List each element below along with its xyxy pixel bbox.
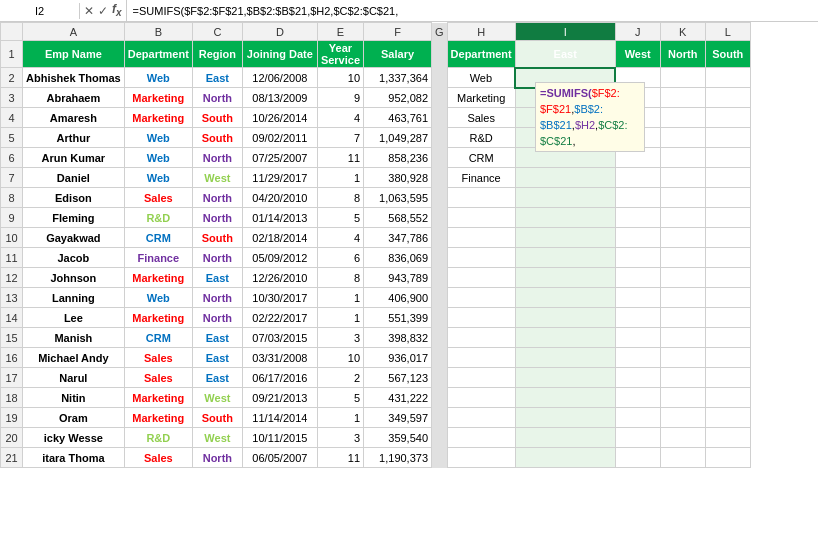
salary-2[interactable]: 1,337,364 xyxy=(364,68,432,88)
sec-dept-10[interactable] xyxy=(447,228,515,248)
salary-19[interactable]: 349,597 xyxy=(364,408,432,428)
cell-l-17[interactable] xyxy=(705,368,750,388)
salary-5[interactable]: 1,049,287 xyxy=(364,128,432,148)
cell-j-21[interactable] xyxy=(615,448,660,468)
year-service-11[interactable]: 6 xyxy=(317,248,363,268)
cell-j-7[interactable] xyxy=(615,168,660,188)
region-8[interactable]: North xyxy=(192,188,242,208)
year-service-12[interactable]: 8 xyxy=(317,268,363,288)
year-service-5[interactable]: 7 xyxy=(317,128,363,148)
joining-date-20[interactable]: 10/11/2015 xyxy=(242,428,317,448)
joining-date-3[interactable]: 08/13/2009 xyxy=(242,88,317,108)
region-11[interactable]: North xyxy=(192,248,242,268)
cell-k-4[interactable] xyxy=(660,108,705,128)
cell-k-10[interactable] xyxy=(660,228,705,248)
cell-j-17[interactable] xyxy=(615,368,660,388)
salary-17[interactable]: 567,123 xyxy=(364,368,432,388)
joining-date-14[interactable]: 02/22/2017 xyxy=(242,308,317,328)
sec-dept-17[interactable] xyxy=(447,368,515,388)
formula-cell-i-10[interactable] xyxy=(515,228,615,248)
dept-8[interactable]: Sales xyxy=(124,188,192,208)
year-service-13[interactable]: 1 xyxy=(317,288,363,308)
emp-name-11[interactable]: Jacob xyxy=(23,248,125,268)
cell-k-15[interactable] xyxy=(660,328,705,348)
emp-name-6[interactable]: Arun Kumar xyxy=(23,148,125,168)
emp-name-13[interactable]: Lanning xyxy=(23,288,125,308)
salary-14[interactable]: 551,399 xyxy=(364,308,432,328)
sec-dept-11[interactable] xyxy=(447,248,515,268)
cell-l-2[interactable] xyxy=(705,68,750,88)
emp-name-14[interactable]: Lee xyxy=(23,308,125,328)
region-21[interactable]: North xyxy=(192,448,242,468)
emp-name-2[interactable]: Abhishek Thomas xyxy=(23,68,125,88)
emp-name-10[interactable]: Gayakwad xyxy=(23,228,125,248)
salary-10[interactable]: 347,786 xyxy=(364,228,432,248)
cell-k-20[interactable] xyxy=(660,428,705,448)
cell-j-6[interactable] xyxy=(615,148,660,168)
region-13[interactable]: North xyxy=(192,288,242,308)
cell-k-17[interactable] xyxy=(660,368,705,388)
joining-date-4[interactable]: 10/26/2014 xyxy=(242,108,317,128)
formula-cell-i-19[interactable] xyxy=(515,408,615,428)
emp-name-8[interactable]: Edison xyxy=(23,188,125,208)
region-20[interactable]: West xyxy=(192,428,242,448)
region-7[interactable]: West xyxy=(192,168,242,188)
formula-cell-i-14[interactable] xyxy=(515,308,615,328)
dept-15[interactable]: CRM xyxy=(124,328,192,348)
formula-cell-i-6[interactable] xyxy=(515,148,615,168)
salary-11[interactable]: 836,069 xyxy=(364,248,432,268)
joining-date-11[interactable]: 05/09/2012 xyxy=(242,248,317,268)
salary-7[interactable]: 380,928 xyxy=(364,168,432,188)
col-header-b[interactable]: B xyxy=(124,23,192,41)
dept-20[interactable]: R&D xyxy=(124,428,192,448)
cell-j-19[interactable] xyxy=(615,408,660,428)
cell-l-9[interactable] xyxy=(705,208,750,228)
cell-k-13[interactable] xyxy=(660,288,705,308)
joining-date-18[interactable]: 09/21/2013 xyxy=(242,388,317,408)
dept-12[interactable]: Marketing xyxy=(124,268,192,288)
dept-7[interactable]: Web xyxy=(124,168,192,188)
cell-k-12[interactable] xyxy=(660,268,705,288)
year-service-7[interactable]: 1 xyxy=(317,168,363,188)
sec-dept-8[interactable] xyxy=(447,188,515,208)
cell-l-16[interactable] xyxy=(705,348,750,368)
confirm-icon[interactable]: ✓ xyxy=(98,4,108,18)
col-header-a[interactable]: A xyxy=(23,23,125,41)
year-service-15[interactable]: 3 xyxy=(317,328,363,348)
dept-17[interactable]: Sales xyxy=(124,368,192,388)
cell-j-3[interactable] xyxy=(615,88,660,108)
sec-dept-18[interactable] xyxy=(447,388,515,408)
formula-cell-i-8[interactable] xyxy=(515,188,615,208)
salary-20[interactable]: 359,540 xyxy=(364,428,432,448)
sec-dept-4[interactable]: Sales xyxy=(447,108,515,128)
cell-k-2[interactable] xyxy=(660,68,705,88)
year-service-16[interactable]: 10 xyxy=(317,348,363,368)
emp-name-21[interactable]: itara Thoma xyxy=(23,448,125,468)
emp-name-7[interactable]: Daniel xyxy=(23,168,125,188)
region-19[interactable]: South xyxy=(192,408,242,428)
dept-6[interactable]: Web xyxy=(124,148,192,168)
cell-j-10[interactable] xyxy=(615,228,660,248)
sec-dept-9[interactable] xyxy=(447,208,515,228)
dept-21[interactable]: Sales xyxy=(124,448,192,468)
cell-j-2[interactable] xyxy=(615,68,660,88)
emp-name-4[interactable]: Amaresh xyxy=(23,108,125,128)
year-service-19[interactable]: 1 xyxy=(317,408,363,428)
sec-dept-21[interactable] xyxy=(447,448,515,468)
cell-k-11[interactable] xyxy=(660,248,705,268)
cell-k-16[interactable] xyxy=(660,348,705,368)
salary-16[interactable]: 936,017 xyxy=(364,348,432,368)
dept-19[interactable]: Marketing xyxy=(124,408,192,428)
emp-name-5[interactable]: Arthur xyxy=(23,128,125,148)
region-3[interactable]: North xyxy=(192,88,242,108)
dept-3[interactable]: Marketing xyxy=(124,88,192,108)
year-service-10[interactable]: 4 xyxy=(317,228,363,248)
cell-reference[interactable]: I2 xyxy=(0,3,80,19)
cell-k-8[interactable] xyxy=(660,188,705,208)
cell-j-14[interactable] xyxy=(615,308,660,328)
sec-dept-6[interactable]: CRM xyxy=(447,148,515,168)
region-12[interactable]: East xyxy=(192,268,242,288)
dept-18[interactable]: Marketing xyxy=(124,388,192,408)
cell-l-12[interactable] xyxy=(705,268,750,288)
year-service-4[interactable]: 4 xyxy=(317,108,363,128)
